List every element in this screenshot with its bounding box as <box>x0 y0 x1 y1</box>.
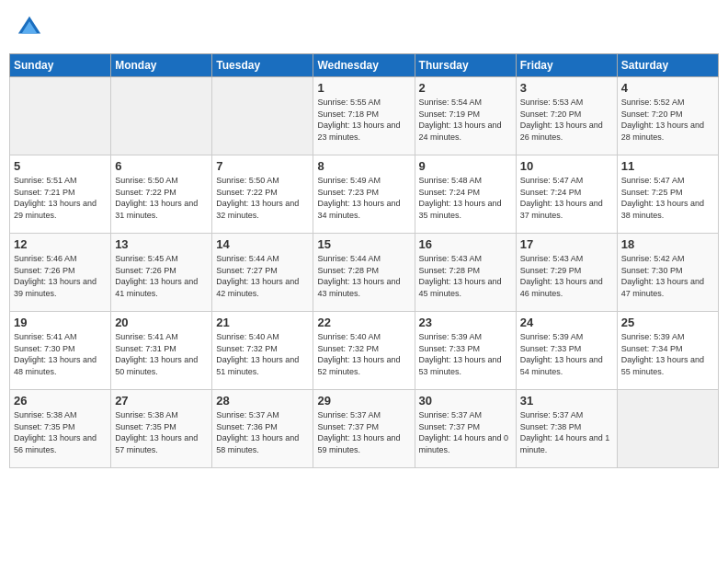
day-number: 17 <box>520 237 613 251</box>
calendar-cell: 6Sunrise: 5:50 AM Sunset: 7:22 PM Daylig… <box>111 155 212 234</box>
calendar-cell: 4Sunrise: 5:52 AM Sunset: 7:20 PM Daylig… <box>617 77 718 155</box>
day-number: 4 <box>621 81 714 95</box>
day-number: 20 <box>115 316 208 329</box>
day-info: Sunrise: 5:53 AM Sunset: 7:20 PM Dayligh… <box>520 97 613 143</box>
day-info: Sunrise: 5:52 AM Sunset: 7:20 PM Dayligh… <box>621 97 714 143</box>
day-number: 2 <box>419 81 512 95</box>
day-number: 22 <box>317 316 410 329</box>
calendar-cell: 22Sunrise: 5:40 AM Sunset: 7:32 PM Dayli… <box>313 312 415 390</box>
calendar-cell <box>10 77 111 155</box>
calendar-cell: 14Sunrise: 5:44 AM Sunset: 7:27 PM Dayli… <box>212 234 313 312</box>
calendar-cell: 27Sunrise: 5:38 AM Sunset: 7:35 PM Dayli… <box>111 390 212 468</box>
logo <box>15 13 44 42</box>
calendar-cell: 3Sunrise: 5:53 AM Sunset: 7:20 PM Daylig… <box>516 77 617 155</box>
weekday-header-saturday: Saturday <box>617 54 718 77</box>
day-info: Sunrise: 5:44 AM Sunset: 7:27 PM Dayligh… <box>216 253 309 299</box>
day-number: 15 <box>317 237 410 251</box>
day-number: 19 <box>14 316 107 329</box>
day-info: Sunrise: 5:37 AM Sunset: 7:38 PM Dayligh… <box>520 409 613 455</box>
day-info: Sunrise: 5:47 AM Sunset: 7:25 PM Dayligh… <box>621 175 714 221</box>
day-number: 1 <box>317 81 410 95</box>
page-header <box>9 9 719 46</box>
day-info: Sunrise: 5:49 AM Sunset: 7:23 PM Dayligh… <box>317 175 410 221</box>
day-number: 18 <box>621 237 714 251</box>
calendar-cell: 13Sunrise: 5:45 AM Sunset: 7:26 PM Dayli… <box>111 234 212 312</box>
weekday-header-wednesday: Wednesday <box>313 54 415 77</box>
day-number: 23 <box>419 316 512 329</box>
calendar-week-3: 12Sunrise: 5:46 AM Sunset: 7:26 PM Dayli… <box>10 234 719 312</box>
calendar-cell: 16Sunrise: 5:43 AM Sunset: 7:28 PM Dayli… <box>415 234 516 312</box>
day-info: Sunrise: 5:37 AM Sunset: 7:37 PM Dayligh… <box>317 409 410 455</box>
day-number: 9 <box>419 159 512 173</box>
calendar-cell: 2Sunrise: 5:54 AM Sunset: 7:19 PM Daylig… <box>415 77 516 155</box>
weekday-header-sunday: Sunday <box>10 54 111 77</box>
day-number: 7 <box>216 159 309 173</box>
calendar-cell: 19Sunrise: 5:41 AM Sunset: 7:30 PM Dayli… <box>10 312 111 390</box>
calendar-cell: 15Sunrise: 5:44 AM Sunset: 7:28 PM Dayli… <box>313 234 415 312</box>
day-number: 14 <box>216 237 309 251</box>
weekday-header-friday: Friday <box>516 54 617 77</box>
weekday-header-thursday: Thursday <box>415 54 516 77</box>
day-info: Sunrise: 5:37 AM Sunset: 7:36 PM Dayligh… <box>216 409 309 455</box>
day-info: Sunrise: 5:40 AM Sunset: 7:32 PM Dayligh… <box>216 331 309 377</box>
day-info: Sunrise: 5:55 AM Sunset: 7:18 PM Dayligh… <box>317 97 410 143</box>
calendar-cell <box>212 77 313 155</box>
day-number: 16 <box>419 237 512 251</box>
day-number: 3 <box>520 81 613 95</box>
calendar-week-2: 5Sunrise: 5:51 AM Sunset: 7:21 PM Daylig… <box>10 155 719 234</box>
day-number: 31 <box>520 394 613 408</box>
day-number: 5 <box>14 159 107 173</box>
calendar-cell: 26Sunrise: 5:38 AM Sunset: 7:35 PM Dayli… <box>10 390 111 468</box>
day-number: 26 <box>14 394 107 408</box>
calendar-cell: 11Sunrise: 5:47 AM Sunset: 7:25 PM Dayli… <box>617 155 718 234</box>
day-info: Sunrise: 5:50 AM Sunset: 7:22 PM Dayligh… <box>216 175 309 221</box>
day-number: 21 <box>216 316 309 329</box>
logo-icon <box>17 13 42 39</box>
calendar-cell: 17Sunrise: 5:43 AM Sunset: 7:29 PM Dayli… <box>516 234 617 312</box>
day-number: 12 <box>14 237 107 251</box>
day-number: 25 <box>621 316 714 329</box>
day-info: Sunrise: 5:38 AM Sunset: 7:35 PM Dayligh… <box>115 409 208 455</box>
day-info: Sunrise: 5:39 AM Sunset: 7:34 PM Dayligh… <box>621 331 714 377</box>
calendar-cell: 10Sunrise: 5:47 AM Sunset: 7:24 PM Dayli… <box>516 155 617 234</box>
day-info: Sunrise: 5:40 AM Sunset: 7:32 PM Dayligh… <box>317 331 410 377</box>
calendar-cell: 8Sunrise: 5:49 AM Sunset: 7:23 PM Daylig… <box>313 155 415 234</box>
day-info: Sunrise: 5:54 AM Sunset: 7:19 PM Dayligh… <box>419 97 512 143</box>
calendar-cell: 5Sunrise: 5:51 AM Sunset: 7:21 PM Daylig… <box>10 155 111 234</box>
weekday-header-tuesday: Tuesday <box>212 54 313 77</box>
calendar-cell: 7Sunrise: 5:50 AM Sunset: 7:22 PM Daylig… <box>212 155 313 234</box>
day-info: Sunrise: 5:39 AM Sunset: 7:33 PM Dayligh… <box>520 331 613 377</box>
day-number: 30 <box>419 394 512 408</box>
day-number: 13 <box>115 237 208 251</box>
weekday-header-monday: Monday <box>111 54 212 77</box>
calendar-cell: 25Sunrise: 5:39 AM Sunset: 7:34 PM Dayli… <box>617 312 718 390</box>
day-number: 28 <box>216 394 309 408</box>
day-info: Sunrise: 5:51 AM Sunset: 7:21 PM Dayligh… <box>14 175 107 221</box>
day-info: Sunrise: 5:47 AM Sunset: 7:24 PM Dayligh… <box>520 175 613 221</box>
day-info: Sunrise: 5:44 AM Sunset: 7:28 PM Dayligh… <box>317 253 410 299</box>
day-number: 8 <box>317 159 410 173</box>
calendar-cell <box>111 77 212 155</box>
day-info: Sunrise: 5:43 AM Sunset: 7:28 PM Dayligh… <box>419 253 512 299</box>
day-info: Sunrise: 5:43 AM Sunset: 7:29 PM Dayligh… <box>520 253 613 299</box>
day-info: Sunrise: 5:38 AM Sunset: 7:35 PM Dayligh… <box>14 409 107 455</box>
day-info: Sunrise: 5:39 AM Sunset: 7:33 PM Dayligh… <box>419 331 512 377</box>
calendar-cell: 20Sunrise: 5:41 AM Sunset: 7:31 PM Dayli… <box>111 312 212 390</box>
day-number: 10 <box>520 159 613 173</box>
calendar-cell: 9Sunrise: 5:48 AM Sunset: 7:24 PM Daylig… <box>415 155 516 234</box>
day-number: 27 <box>115 394 208 408</box>
day-info: Sunrise: 5:45 AM Sunset: 7:26 PM Dayligh… <box>115 253 208 299</box>
day-info: Sunrise: 5:46 AM Sunset: 7:26 PM Dayligh… <box>14 253 107 299</box>
calendar-cell: 29Sunrise: 5:37 AM Sunset: 7:37 PM Dayli… <box>313 390 415 468</box>
calendar-week-5: 26Sunrise: 5:38 AM Sunset: 7:35 PM Dayli… <box>10 390 719 468</box>
day-number: 24 <box>520 316 613 329</box>
calendar-cell: 18Sunrise: 5:42 AM Sunset: 7:30 PM Dayli… <box>617 234 718 312</box>
day-info: Sunrise: 5:42 AM Sunset: 7:30 PM Dayligh… <box>621 253 714 299</box>
calendar-cell: 21Sunrise: 5:40 AM Sunset: 7:32 PM Dayli… <box>212 312 313 390</box>
calendar-cell: 12Sunrise: 5:46 AM Sunset: 7:26 PM Dayli… <box>10 234 111 312</box>
day-number: 11 <box>621 159 714 173</box>
calendar-week-4: 19Sunrise: 5:41 AM Sunset: 7:30 PM Dayli… <box>10 312 719 390</box>
calendar-cell <box>617 390 718 468</box>
calendar-week-1: 1Sunrise: 5:55 AM Sunset: 7:18 PM Daylig… <box>10 77 719 155</box>
day-info: Sunrise: 5:37 AM Sunset: 7:37 PM Dayligh… <box>419 409 512 455</box>
